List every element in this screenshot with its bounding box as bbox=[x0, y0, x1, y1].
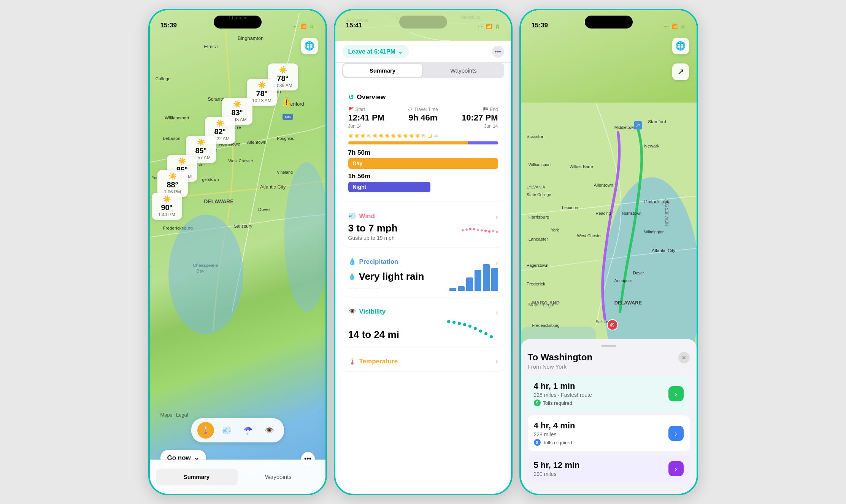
svg-point-44 bbox=[490, 335, 493, 338]
svg-point-41 bbox=[474, 327, 477, 330]
status-icons-1: ···· 📶 🔋 bbox=[292, 24, 314, 29]
visibility-btn[interactable]: 👁️ bbox=[261, 422, 278, 439]
wind-btn[interactable]: 💨 bbox=[219, 422, 235, 439]
svg-text:Dover: Dover bbox=[633, 271, 644, 275]
wind-chevron: › bbox=[496, 213, 498, 221]
nav-close-button[interactable]: ✕ bbox=[678, 352, 690, 363]
svg-text:Reading: Reading bbox=[595, 211, 611, 216]
status-bar-1: 15:39 Ithaca ▾ ···· 📶 🔋 bbox=[150, 10, 325, 32]
phone-1: 15:39 Ithaca ▾ ···· 📶 🔋 bbox=[148, 9, 327, 495]
day-bar: Day bbox=[348, 158, 498, 169]
vis-title: 👁️ Visibility bbox=[348, 307, 386, 315]
end-col: 🏁 End 10:27 PM Jun 14 bbox=[450, 107, 498, 129]
svg-point-76 bbox=[607, 320, 618, 330]
svg-text:Scranton: Scranton bbox=[526, 134, 544, 139]
svg-text:Binghamton: Binghamton bbox=[238, 35, 263, 41]
rain-btn[interactable]: ☂️ bbox=[240, 422, 257, 439]
precip-line: · · · · · · · · · · · · · bbox=[348, 285, 424, 291]
route-arrow-3[interactable]: › bbox=[668, 461, 684, 476]
svg-text:Williamsport: Williamsport bbox=[528, 162, 551, 167]
globe-button-3[interactable]: 🌐 bbox=[672, 38, 689, 54]
location-label: Ithaca ▾ bbox=[229, 15, 246, 21]
progress-bar bbox=[348, 141, 498, 144]
svg-text:Lebanon: Lebanon bbox=[562, 205, 578, 210]
night-duration-row: 1h 56m Night bbox=[348, 173, 498, 192]
overview-grid: 🚩 Start 12:41 PM Jun 14 ⏱ Travel Time 9h… bbox=[348, 107, 498, 129]
svg-text:Allentown: Allentown bbox=[594, 182, 613, 187]
leave-more-button[interactable]: ••• bbox=[492, 46, 504, 58]
svg-point-39 bbox=[463, 323, 466, 326]
progress-day bbox=[348, 141, 468, 144]
svg-point-38 bbox=[458, 322, 461, 325]
temperature-card[interactable]: 🌡️ Temperature › bbox=[342, 351, 504, 371]
status-icons-2: ···· 📶 🔋 bbox=[478, 24, 500, 29]
svg-text:State College: State College bbox=[526, 192, 551, 197]
temp-title: 🌡️ Temperature bbox=[348, 357, 398, 365]
phone2-content: ↺ Overview 🚩 Start 12:41 PM Jun 14 bbox=[335, 82, 511, 494]
status-icons-3: ···· 📶 🔋 bbox=[663, 24, 686, 29]
status-bar-3: 15:39 ···· 📶 🔋 bbox=[521, 10, 697, 32]
svg-text:🎯: 🎯 bbox=[609, 322, 616, 328]
time-3: 15:39 bbox=[532, 22, 548, 29]
wind-title: 💨 Wind bbox=[348, 212, 375, 220]
precip-title: 💧 Precipitation bbox=[348, 258, 398, 266]
temperature-btn[interactable]: 🌡️ bbox=[197, 422, 214, 439]
svg-text:West Chester: West Chester bbox=[577, 233, 602, 238]
svg-point-36 bbox=[447, 320, 450, 323]
overview-title: ↺ Overview bbox=[348, 93, 498, 101]
precipitation-card[interactable]: 💧 Precipitation › 💧 Very light rain · · … bbox=[342, 252, 504, 297]
status-bar-2: 15:41 ···· 📶 🔋 bbox=[335, 10, 511, 32]
map-background-1[interactable]: I-95 I-495 Elmira Binghamton College Scr… bbox=[150, 10, 325, 494]
tab-summary-1[interactable]: Summary bbox=[156, 469, 238, 485]
temp-header: 🌡️ Temperature › bbox=[348, 357, 498, 365]
route-arrow-2[interactable]: › bbox=[668, 426, 684, 441]
svg-text:Philadelphia: Philadelphia bbox=[644, 199, 671, 204]
weather-bubble-7[interactable]: ☀️ 90° 1:40 PM bbox=[152, 193, 182, 220]
nav-handle bbox=[601, 345, 616, 347]
wind-header: 💨 Wind › bbox=[348, 212, 498, 222]
svg-text:DELAWARE: DELAWARE bbox=[614, 300, 642, 306]
time-1: 15:39 bbox=[160, 22, 177, 29]
svg-text:Middletown: Middletown bbox=[614, 125, 635, 130]
precip-content: 💧 Very light rain · · · · · · · · · · · … bbox=[348, 268, 498, 291]
share-button-3[interactable]: ↗ bbox=[672, 63, 689, 80]
svg-point-37 bbox=[452, 321, 456, 324]
night-bar: Night bbox=[348, 182, 431, 192]
leave-at-button[interactable]: Leave at 6:41PM ⌄ bbox=[342, 45, 409, 58]
precip-header: 💧 Precipitation › bbox=[348, 258, 498, 268]
maps-label-1: Maps Legal bbox=[160, 412, 188, 418]
vis-chevron: › bbox=[496, 309, 498, 317]
time-2: 15:41 bbox=[346, 22, 362, 29]
seg-tabs-2: Summary Waypoints bbox=[342, 63, 504, 78]
weather-icons-row: ☀️ ☀️ ☀️ ⛅ ☀️ ☀️ ☀️ ☀️ ☀️ ☀️ ☀️ ☀️ ⛅ 🌙 ☁… bbox=[348, 133, 498, 138]
svg-text:Newark: Newark bbox=[644, 143, 659, 148]
tab-waypoints-1[interactable]: Waypoints bbox=[238, 469, 319, 485]
day-duration-row: 7h 50m Day bbox=[348, 149, 498, 169]
overview-card: ↺ Overview 🚩 Start 12:41 PM Jun 14 bbox=[342, 87, 504, 201]
travel-col: ⏱ Travel Time 9h 46m bbox=[399, 107, 447, 129]
svg-text:Annapolis: Annapolis bbox=[614, 278, 632, 283]
precip-chevron: › bbox=[496, 259, 498, 267]
wind-chart bbox=[462, 222, 498, 233]
svg-text:Wilkes-Barre: Wilkes-Barre bbox=[569, 164, 593, 169]
svg-text:Hagerstown: Hagerstown bbox=[526, 263, 548, 268]
route-card-3[interactable]: 5 hr, 12 min 290 miles › bbox=[528, 455, 690, 482]
route-arrow-1[interactable]: › bbox=[668, 386, 684, 401]
start-col: 🚩 Start 12:41 PM Jun 14 bbox=[348, 107, 396, 129]
phone-3: 15:39 ···· 📶 🔋 bbox=[519, 9, 698, 495]
visibility-card[interactable]: 👁️ Visibility › 14 to 24 mi bbox=[342, 301, 504, 347]
svg-text:Stamford: Stamford bbox=[648, 119, 666, 124]
svg-text:Norristown: Norristown bbox=[622, 211, 641, 216]
route-card-1[interactable]: 4 hr, 1 min 228 miles · Fastest route $ … bbox=[528, 376, 690, 412]
wind-card[interactable]: 💨 Wind › 3 to 7 mph Gusts up to 19 mph bbox=[342, 206, 504, 247]
svg-text:Salisbury: Salisbury bbox=[595, 319, 613, 324]
svg-text:Lancaster: Lancaster bbox=[528, 237, 548, 242]
toll-icon-1: $ bbox=[534, 399, 541, 406]
toll-icon-2: $ bbox=[534, 439, 541, 446]
seg-tab-summary[interactable]: Summary bbox=[343, 64, 422, 77]
svg-text:LYLVANIA: LYLVANIA bbox=[526, 185, 545, 189]
seg-tab-waypoints[interactable]: Waypoints bbox=[424, 64, 503, 77]
svg-text:Wilmington: Wilmington bbox=[644, 230, 664, 234]
rain-bars bbox=[449, 268, 498, 291]
route-card-2[interactable]: 4 hr, 4 min 228 miles $ Tolls required › bbox=[528, 415, 690, 451]
